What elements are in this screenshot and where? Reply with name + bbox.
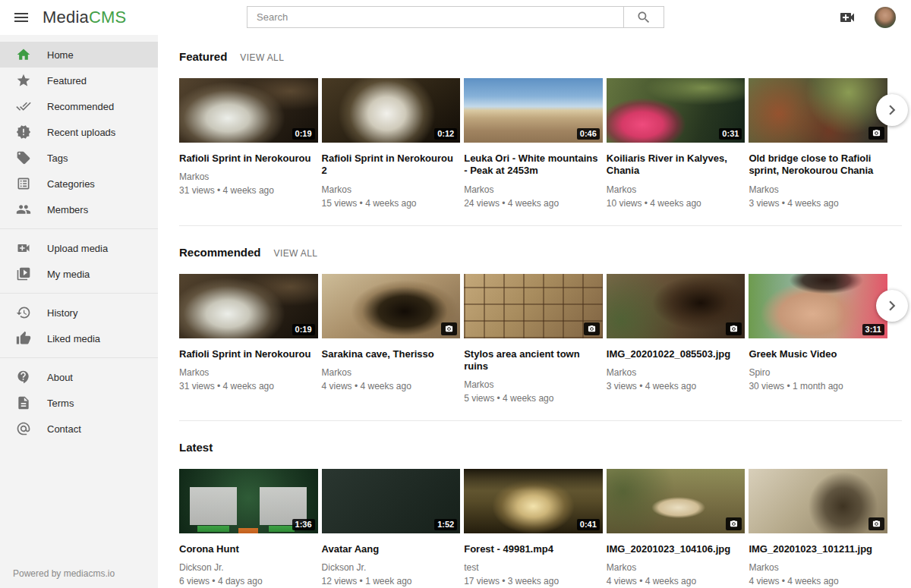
sidebar-item-members[interactable]: Members	[0, 197, 158, 222]
camera-icon	[587, 325, 597, 333]
media-thumbnail[interactable]: 0:46	[464, 78, 603, 143]
sidebar-item-recent-uploads[interactable]: Recent uploads	[0, 119, 158, 145]
media-card[interactable]: Stylos area ancient town ruins Markos 5 …	[464, 274, 603, 404]
media-thumbnail[interactable]: 0:31	[607, 78, 746, 143]
media-card[interactable]: 0:12 Rafioli Sprint in Nerokourou 2 Mark…	[322, 78, 461, 209]
media-card[interactable]: IMG_20201022_085503.jpg Markos 3 views •…	[607, 274, 746, 404]
media-author[interactable]: Spiro	[749, 367, 887, 378]
media-title[interactable]: Rafioli Sprint in Nerokourou	[179, 348, 318, 360]
media-title[interactable]: IMG_20201023_101211.jpg	[749, 543, 887, 555]
duration-badge: 0:41	[577, 519, 600, 530]
section-title: Featured	[179, 50, 227, 63]
logo[interactable]: MediaCMS	[43, 8, 126, 27]
media-author[interactable]: Markos	[464, 184, 603, 195]
next-arrow-button[interactable]	[876, 94, 908, 126]
media-author[interactable]: Markos	[322, 184, 461, 195]
media-card[interactable]: 0:19 Rafioli Sprint in Nerokourou Markos…	[179, 274, 318, 404]
media-author[interactable]: Markos	[749, 184, 887, 195]
media-thumbnail[interactable]: 0:19	[179, 78, 318, 143]
view-all-link[interactable]: VIEW ALL	[240, 52, 284, 63]
media-author[interactable]: test	[464, 562, 603, 573]
sidebar-item-upload-media[interactable]: Upload media	[0, 235, 158, 261]
media-meta: 24 views • 4 weeks ago	[464, 198, 603, 209]
media-card[interactable]: Sarakina cave, Therisso Markos 4 views •…	[322, 274, 461, 404]
menu-button[interactable]	[6, 2, 36, 33]
media-title[interactable]: Old bridge close to Rafioli sprint, Nero…	[749, 153, 887, 178]
media-card[interactable]: 0:46 Leuka Ori - White mountains - Peak …	[464, 78, 603, 209]
media-title[interactable]: IMG_20201023_104106.jpg	[607, 543, 746, 555]
media-card[interactable]: 0:19 Rafioli Sprint in Nerokourou Markos…	[179, 78, 318, 209]
media-thumbnail[interactable]	[749, 469, 887, 533]
sidebar-item-history[interactable]: History	[0, 300, 158, 325]
media-thumbnail[interactable]: 1:36	[179, 469, 318, 533]
media-thumbnail[interactable]: 0:41	[464, 469, 603, 533]
media-author[interactable]: Dickson Jr.	[322, 562, 461, 573]
media-author[interactable]: Markos	[607, 184, 746, 195]
next-arrow-button[interactable]	[876, 290, 908, 322]
sidebar-item-about[interactable]: About	[0, 364, 158, 390]
media-thumbnail[interactable]: 3:11	[749, 274, 887, 338]
media-title[interactable]: Sarakina cave, Therisso	[322, 348, 461, 360]
media-title[interactable]: Corona Hunt	[179, 543, 318, 555]
media-thumbnail[interactable]: 1:52	[322, 469, 461, 533]
media-author[interactable]: Markos	[464, 379, 603, 390]
menu-icon	[12, 8, 30, 27]
media-author[interactable]: Markos	[607, 562, 746, 573]
media-meta: 10 views • 4 weeks ago	[607, 198, 746, 209]
star-icon	[16, 73, 31, 88]
media-thumbnail[interactable]: 0:12	[322, 78, 461, 143]
sidebar-item-my-media[interactable]: My media	[0, 261, 158, 287]
sidebar-item-featured[interactable]: Featured	[0, 68, 158, 93]
media-title[interactable]: Greek Music Video	[749, 348, 887, 360]
sidebar-item-terms[interactable]: Terms	[0, 390, 158, 416]
view-all-link[interactable]: VIEW ALL	[274, 248, 318, 259]
search-input[interactable]	[247, 6, 624, 28]
media-meta: 3 views • 4 weeks ago	[607, 381, 746, 391]
media-thumbnail[interactable]	[464, 274, 603, 338]
media-author[interactable]: Markos	[607, 367, 746, 378]
media-row: 0:19 Rafioli Sprint in Nerokourou Markos…	[179, 78, 887, 209]
sidebar-item-tags[interactable]: Tags	[0, 145, 158, 171]
media-thumbnail[interactable]	[322, 274, 461, 338]
section-title: Latest	[179, 441, 213, 454]
media-card[interactable]: 0:31 Koiliaris River in Kalyves, Chania …	[607, 78, 746, 209]
duration-badge: 0:31	[719, 128, 742, 140]
media-thumbnail[interactable]	[749, 78, 887, 143]
sidebar-item-contact[interactable]: Contact	[0, 416, 158, 442]
media-thumbnail[interactable]: 0:19	[179, 274, 318, 338]
search-button[interactable]	[624, 6, 664, 28]
media-author[interactable]: Dickson Jr.	[179, 562, 318, 573]
sidebar-item-liked-media[interactable]: Liked media	[0, 325, 158, 351]
media-author[interactable]: Markos	[749, 562, 887, 573]
media-title[interactable]: Leuka Ori - White mountains - Peak at 24…	[464, 153, 603, 178]
media-thumbnail[interactable]	[607, 274, 746, 338]
media-title[interactable]: Avatar Aang	[322, 543, 461, 555]
media-card[interactable]: IMG_20201023_104106.jpg Markos 4 views •…	[607, 469, 746, 586]
media-author[interactable]: Markos	[179, 171, 318, 182]
media-title[interactable]: Rafioli Sprint in Nerokourou 2	[322, 153, 461, 178]
avatar[interactable]	[875, 7, 896, 28]
media-card[interactable]: Old bridge close to Rafioli sprint, Nero…	[749, 78, 887, 209]
sidebar-item-categories[interactable]: Categories	[0, 171, 158, 197]
media-title[interactable]: Rafioli Sprint in Nerokourou	[179, 153, 318, 165]
help-icon	[16, 369, 31, 385]
upload-media-button[interactable]	[832, 2, 862, 33]
media-card[interactable]: 1:52 Avatar Aang Dickson Jr. 12 views • …	[322, 469, 461, 586]
tag-icon	[16, 150, 31, 165]
sidebar-item-label: Liked media	[47, 333, 100, 344]
sidebar-item-recommended[interactable]: Recommended	[0, 93, 158, 119]
card-grid: 0:19 Rafioli Sprint in Nerokourou Markos…	[179, 274, 887, 404]
media-card[interactable]: 0:41 Forest - 49981.mp4 test 17 views • …	[464, 469, 603, 586]
media-title[interactable]: IMG_20201022_085503.jpg	[607, 348, 746, 360]
media-title[interactable]: Stylos area ancient town ruins	[464, 348, 603, 373]
media-card[interactable]: 1:36 Corona Hunt Dickson Jr. 6 views • 4…	[179, 469, 318, 586]
media-thumbnail[interactable]	[607, 469, 746, 533]
sidebar-item-home[interactable]: Home	[0, 42, 158, 68]
media-title[interactable]: Forest - 49981.mp4	[464, 543, 603, 555]
media-card[interactable]: 3:11 Greek Music Video Spiro 30 views • …	[749, 274, 887, 404]
media-card[interactable]: IMG_20201023_101211.jpg Markos 4 views •…	[749, 469, 887, 586]
media-title[interactable]: Koiliaris River in Kalyves, Chania	[607, 153, 746, 178]
media-meta: 6 views • 4 days ago	[179, 576, 318, 586]
media-author[interactable]: Markos	[322, 367, 461, 378]
media-author[interactable]: Markos	[179, 367, 318, 378]
